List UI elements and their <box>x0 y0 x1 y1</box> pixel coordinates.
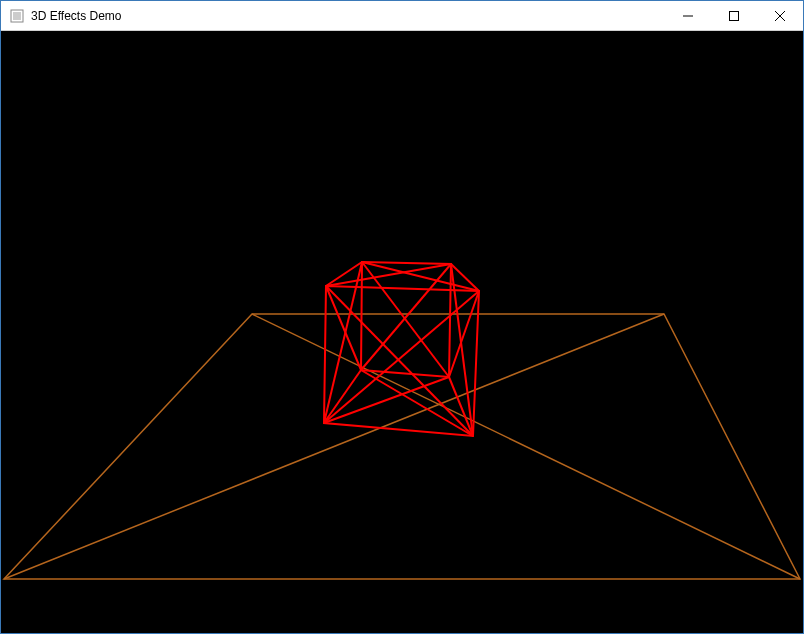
window-title: 3D Effects Demo <box>31 9 121 23</box>
app-window: 3D Effects Demo <box>0 0 804 634</box>
svg-rect-1 <box>13 12 21 20</box>
render-viewport[interactable] <box>1 31 803 633</box>
svg-rect-3 <box>730 11 739 20</box>
maximize-button[interactable] <box>711 1 757 30</box>
window-controls <box>665 1 803 30</box>
minimize-button[interactable] <box>665 1 711 30</box>
app-icon <box>9 8 25 24</box>
titlebar[interactable]: 3D Effects Demo <box>1 1 803 31</box>
close-button[interactable] <box>757 1 803 30</box>
scene-canvas <box>1 31 803 633</box>
scene-background <box>1 31 803 633</box>
